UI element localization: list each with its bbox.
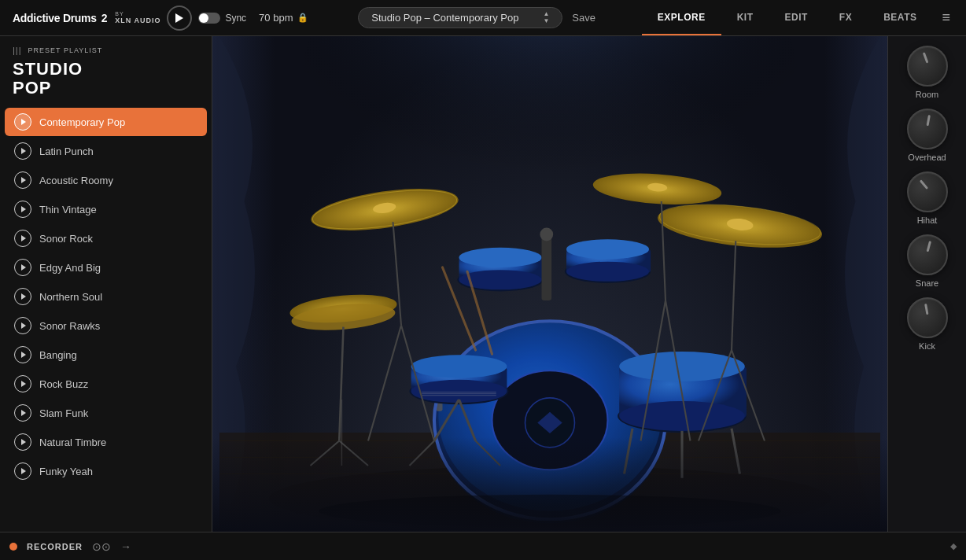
knob-overhead[interactable] bbox=[907, 109, 948, 149]
addictive-drums-logo-small: ◆ bbox=[950, 541, 957, 551]
sidebar-header: ||| Preset playlist STUDIO POP bbox=[0, 36, 212, 104]
tab-beats[interactable]: BEATS bbox=[868, 0, 932, 35]
playlist-item-latin-punch[interactable]: Latin Punch bbox=[5, 137, 207, 165]
play-triangle-acoustic-roomy bbox=[21, 177, 26, 183]
play-triangle-natural-timbre bbox=[21, 439, 26, 445]
knob-snare[interactable] bbox=[907, 234, 948, 275]
playlist-item-label-edgy-and-big: Edgy And Big bbox=[39, 262, 101, 274]
playlist-item-contemporary-pop[interactable]: Contemporary Pop bbox=[5, 108, 207, 136]
preset-title-line1: STUDIO bbox=[13, 59, 83, 79]
playlist-item-label-natural-timbre: Natural Timbre bbox=[39, 437, 106, 448]
knob-item-snare[interactable]: Snare bbox=[907, 231, 948, 291]
lock-icon: 🔒 bbox=[297, 13, 308, 23]
knob-label-overhead: Overhead bbox=[908, 153, 946, 162]
svg-point-32 bbox=[619, 401, 745, 431]
tab-kit[interactable]: KIT bbox=[721, 0, 769, 35]
preset-label-text: Preset playlist bbox=[28, 46, 103, 54]
play-circle-banging bbox=[14, 346, 31, 363]
preset-selector: Studio Pop – Contemporary Pop ▲ ▼ Save bbox=[321, 7, 641, 28]
recorder-label: RECORDER bbox=[27, 542, 83, 551]
svg-rect-44 bbox=[542, 234, 552, 300]
svg-point-21 bbox=[411, 380, 507, 403]
svg-line-49 bbox=[393, 222, 402, 325]
preset-name: Studio Pop – Contemporary Pop bbox=[371, 12, 518, 24]
knob-room[interactable] bbox=[907, 46, 948, 87]
recorder-dot bbox=[9, 543, 17, 551]
play-circle-sonor-rawks bbox=[14, 317, 31, 334]
knob-label-snare: Snare bbox=[916, 278, 938, 288]
floor-reflection bbox=[212, 437, 887, 532]
play-circle-latin-punch bbox=[14, 142, 31, 160]
playlist-item-label-sonor-rawks: Sonor Rawks bbox=[39, 320, 100, 332]
play-triangle-thin-vintage bbox=[21, 206, 26, 212]
playlist-item-slam-funk[interactable]: Slam Funk bbox=[5, 399, 207, 427]
play-circle-acoustic-roomy bbox=[14, 171, 31, 189]
company-name: XLN AUDIO bbox=[115, 17, 160, 24]
bpm-value[interactable]: 70 bpm bbox=[259, 12, 293, 24]
drum-area bbox=[212, 36, 887, 532]
play-triangle-edgy-and-big bbox=[21, 264, 26, 271]
knob-item-overhead[interactable]: Overhead bbox=[907, 105, 948, 165]
playlist-item-edgy-and-big[interactable]: Edgy And Big bbox=[5, 253, 207, 282]
play-circle-edgy-and-big bbox=[14, 259, 31, 276]
svg-line-61 bbox=[732, 241, 736, 350]
playlist-item-natural-timbre[interactable]: Natural Timbre bbox=[5, 428, 207, 456]
play-triangle-funky-yeah bbox=[21, 468, 26, 474]
knob-label-hihat: Hihat bbox=[917, 216, 938, 225]
play-triangle-rock-buzz bbox=[21, 381, 26, 387]
play-triangle-northern-soul bbox=[21, 293, 26, 300]
knob-label-kick: Kick bbox=[919, 341, 935, 351]
knob-hihat[interactable] bbox=[907, 171, 948, 212]
bars-icon: ||| bbox=[13, 46, 22, 55]
playlist-item-label-banging: Banging bbox=[39, 349, 77, 361]
playlist-item-label-acoustic-roomy: Acoustic Roomy bbox=[39, 175, 113, 186]
playlist-item-label-sonor-rock: Sonor Rock bbox=[39, 233, 93, 245]
playlist-item-sonor-rock[interactable]: Sonor Rock bbox=[5, 224, 207, 252]
main-content: ||| Preset playlist STUDIO POP Contempor… bbox=[0, 36, 966, 532]
playlist-item-rock-buzz[interactable]: Rock Buzz bbox=[5, 370, 207, 398]
hamburger-menu[interactable]: ≡ bbox=[932, 9, 960, 26]
playlist-item-northern-soul[interactable]: Northern Soul bbox=[5, 282, 207, 311]
svg-point-42 bbox=[566, 239, 649, 259]
tab-edit[interactable]: EDIT bbox=[769, 0, 824, 35]
preset-title-line2: POP bbox=[13, 78, 51, 98]
play-triangle-slam-funk bbox=[21, 410, 26, 416]
svg-point-43 bbox=[566, 262, 649, 282]
playlist-item-funky-yeah[interactable]: Funky Yeah bbox=[5, 457, 207, 485]
playlist-item-thin-vintage[interactable]: Thin Vintage bbox=[5, 195, 207, 223]
preset-pill[interactable]: Studio Pop – Contemporary Pop ▲ ▼ bbox=[358, 7, 562, 28]
preset-label: ||| Preset playlist bbox=[13, 46, 199, 55]
svg-line-50 bbox=[368, 326, 401, 441]
play-triangle-sonor-rawks bbox=[21, 322, 26, 329]
sync-label: Sync bbox=[225, 13, 246, 24]
knob-item-room[interactable]: Room bbox=[907, 42, 948, 102]
playlist-item-sonor-rawks[interactable]: Sonor Rawks bbox=[5, 311, 207, 340]
knob-item-hihat[interactable]: Hihat bbox=[907, 168, 948, 228]
sync-area: Sync bbox=[198, 13, 246, 24]
playlist-item-banging[interactable]: Banging bbox=[5, 341, 207, 369]
sidebar: ||| Preset playlist STUDIO POP Contempor… bbox=[0, 36, 212, 532]
play-triangle-latin-punch bbox=[21, 148, 26, 154]
play-circle-natural-timbre bbox=[14, 433, 31, 451]
tab-fx[interactable]: FX bbox=[824, 0, 868, 35]
knob-item-kick[interactable]: Kick bbox=[907, 294, 948, 354]
play-triangle-banging bbox=[21, 352, 26, 358]
playlist-item-label-rock-buzz: Rock Buzz bbox=[39, 378, 88, 390]
recorder-arrow[interactable]: → bbox=[120, 540, 131, 553]
recorder-icons: ⊙⊙ bbox=[92, 540, 111, 553]
knob-kick[interactable] bbox=[907, 297, 948, 338]
svg-point-38 bbox=[459, 248, 542, 267]
play-circle-slam-funk bbox=[14, 404, 31, 422]
save-button[interactable]: Save bbox=[562, 9, 605, 27]
play-circle-funky-yeah bbox=[14, 462, 31, 480]
play-circle-thin-vintage bbox=[14, 201, 31, 218]
playlist-item-label-northern-soul: Northern Soul bbox=[39, 291, 102, 303]
svg-point-45 bbox=[540, 228, 553, 241]
play-button[interactable] bbox=[167, 6, 192, 31]
tab-explore[interactable]: EXPLORE bbox=[642, 0, 721, 35]
playlist-item-acoustic-roomy[interactable]: Acoustic Roomy bbox=[5, 166, 207, 194]
bpm-area: 70 bpm 🔒 bbox=[259, 12, 308, 24]
playlist-item-label-slam-funk: Slam Funk bbox=[39, 407, 88, 419]
by-label: BY bbox=[115, 11, 124, 17]
sync-toggle[interactable] bbox=[198, 13, 220, 24]
